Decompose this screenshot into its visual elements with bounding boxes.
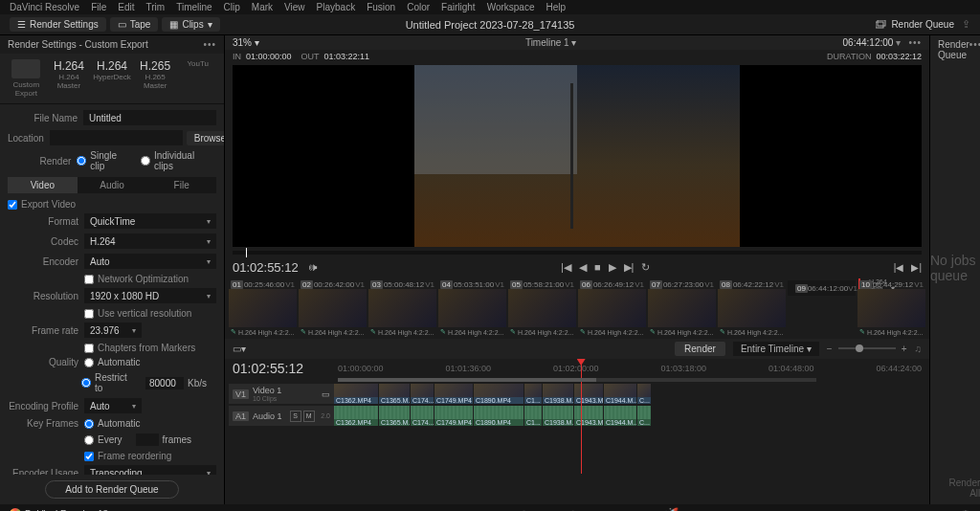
current-timecode[interactable]: 01:02:55:12 xyxy=(233,260,299,275)
render-button[interactable]: Render xyxy=(675,342,725,356)
mute-button[interactable]: M xyxy=(303,411,315,422)
zoom-percent[interactable]: 31% ▾ xyxy=(233,37,259,48)
thumb-01[interactable]: 0100:25:46:00V1H.264 High 4:2:2... xyxy=(229,280,297,337)
menu-workspace[interactable]: Workspace xyxy=(487,2,535,12)
encusage-select[interactable]: Transcoding xyxy=(84,465,216,475)
menu-clip[interactable]: Clip xyxy=(224,2,240,12)
tab-video[interactable]: Video xyxy=(8,177,78,193)
page-fusion-icon[interactable]: ⊕ xyxy=(519,507,529,512)
browse-button[interactable]: Browse xyxy=(187,131,224,145)
next-icon[interactable]: ▶| xyxy=(624,261,635,274)
video-clip[interactable]: C1890.MP4 xyxy=(474,384,523,404)
track-lock-icon[interactable]: ▭ xyxy=(322,389,330,399)
panel-options-icon[interactable]: ••• xyxy=(203,39,216,50)
loop-icon[interactable]: ↻ xyxy=(641,261,650,274)
thumb-08[interactable]: 0806:42:22:12V1H.264 High 4:2:2... xyxy=(718,280,786,337)
out-timecode[interactable]: 01:03:22:11 xyxy=(323,52,369,61)
menu-help[interactable]: Help xyxy=(546,2,566,12)
audio-clip[interactable]: C1890.MP4 xyxy=(474,406,523,426)
play-icon[interactable]: ▶ xyxy=(609,261,616,274)
scope-select[interactable]: Entire Timeline ▾ xyxy=(733,342,819,356)
vertres-check[interactable] xyxy=(84,309,94,319)
zoom-slider[interactable]: −+ xyxy=(827,344,907,354)
clips-button[interactable]: ▦Clips ▾ xyxy=(162,17,219,32)
audio-clip[interactable]: C1944.M... xyxy=(604,406,636,426)
audio-track-header[interactable]: A1 Audio 1 SM 2.0 xyxy=(229,406,334,426)
prev-clip-icon[interactable]: |◀ xyxy=(894,262,904,273)
first-frame-icon[interactable]: |◀ xyxy=(561,261,571,274)
thumb-10[interactable]: 1006:44:29:12V1H.264 High 4:2:2... xyxy=(858,280,925,337)
filename-input[interactable] xyxy=(83,110,216,125)
kf-every-radio[interactable] xyxy=(84,435,94,445)
video-clip[interactable]: C174... xyxy=(411,384,434,404)
in-out-range[interactable] xyxy=(338,378,816,382)
page-color-icon[interactable]: ◑ xyxy=(568,507,578,512)
export-video-check[interactable] xyxy=(8,200,17,210)
page-media-icon[interactable]: ▭ xyxy=(374,507,386,512)
chapters-check[interactable] xyxy=(84,344,94,353)
encoder-select[interactable]: Auto xyxy=(84,254,216,269)
audio-clip[interactable]: C1362.MP4 xyxy=(334,406,378,426)
audio-clip[interactable]: C1... xyxy=(524,406,542,426)
settings-icon[interactable]: ⚙ xyxy=(961,508,970,512)
timeline-view-icon[interactable]: ▭▾ xyxy=(233,344,246,354)
thumb-06[interactable]: 0606:26:49:12V1H.264 High 4:2:2... xyxy=(578,280,646,337)
thumb-05[interactable]: 0505:58:21:00V1H.264 High 4:2:2... xyxy=(508,280,576,337)
framerate-select[interactable]: 23.976 xyxy=(84,322,142,338)
audio-clip[interactable]: C174... xyxy=(411,406,434,426)
page-edit-icon[interactable]: ≡ xyxy=(473,507,480,512)
preset-hyperdeck[interactable]: H.264HyperDeck xyxy=(93,59,131,98)
video-clip[interactable]: C1944.M... xyxy=(604,384,636,404)
video-clip[interactable]: C... xyxy=(637,384,651,404)
queue-options-icon[interactable]: ••• xyxy=(969,39,980,60)
kf-num-input[interactable] xyxy=(136,433,159,446)
menu-playback[interactable]: Playback xyxy=(317,2,356,12)
next-clip-icon[interactable]: ▶| xyxy=(911,262,922,273)
render-queue-button[interactable]: Render Queue xyxy=(876,19,954,30)
menu-fairlight[interactable]: Fairlight xyxy=(441,2,476,12)
encprofile-select[interactable]: Auto xyxy=(84,398,142,413)
tape-button[interactable]: ▭Tape xyxy=(110,17,159,32)
audio-clip[interactable]: C1938.M... xyxy=(543,406,573,426)
scrubber[interactable] xyxy=(233,251,922,255)
menu-edit[interactable]: Edit xyxy=(118,2,134,12)
bitrate-input[interactable] xyxy=(145,377,184,389)
location-input[interactable] xyxy=(50,130,183,145)
playhead[interactable] xyxy=(581,359,582,474)
quality-restrict-radio[interactable] xyxy=(81,378,91,388)
video-track-header[interactable]: V1 Video 110 Clips ▭ xyxy=(229,384,334,404)
audio-clip[interactable]: C... xyxy=(637,406,651,426)
page-deliver-icon[interactable]: 🚀 xyxy=(663,507,679,512)
home-icon[interactable]: ⌂ xyxy=(945,508,951,512)
menu-trim[interactable]: Trim xyxy=(146,2,166,12)
timeline-ruler[interactable]: 01:02:55:12 01:00:00:0001:01:36:0001:02:… xyxy=(225,359,929,378)
thumb-07[interactable]: 0706:27:23:00V1H.264 High 4:2:2... xyxy=(648,280,716,337)
render-all-button[interactable]: Render All xyxy=(930,472,980,504)
audio-clip[interactable]: C1365.M... xyxy=(379,406,410,426)
mute-icon[interactable]: 🕪 xyxy=(308,262,318,273)
in-timecode[interactable]: 01:00:00:00 xyxy=(246,52,292,61)
timeline-name[interactable]: Timeline 1 ▾ xyxy=(525,37,577,48)
audio-track-body[interactable]: C1362.MP4C1365.M...C174...C1749.MP4C1890… xyxy=(334,406,925,426)
menu-timeline[interactable]: Timeline xyxy=(176,2,212,12)
kf-auto-radio[interactable] xyxy=(84,419,94,429)
music-icon[interactable]: ♫ xyxy=(915,344,923,354)
video-clip[interactable]: C1... xyxy=(524,384,542,404)
menu-fusion[interactable]: Fusion xyxy=(367,2,395,12)
framereorder-check[interactable] xyxy=(84,452,94,461)
page-cut-icon[interactable]: ✂ xyxy=(424,507,434,512)
menu-color[interactable]: Color xyxy=(407,2,430,12)
video-clip[interactable]: C1365.M... xyxy=(379,384,410,404)
tab-file[interactable]: File xyxy=(146,177,216,193)
add-to-queue-button[interactable]: Add to Render Queue xyxy=(45,480,178,499)
menu-file[interactable]: File xyxy=(91,2,106,12)
page-fairlight-icon[interactable]: ♫ xyxy=(616,507,626,512)
render-settings-button[interactable]: ☰Render Settings xyxy=(10,17,106,32)
audio-clip[interactable]: C1943.M... xyxy=(574,406,603,426)
video-clip[interactable]: C1362.MP4 xyxy=(334,384,378,404)
stop-icon[interactable]: ■ xyxy=(594,261,601,274)
thumb-04[interactable]: 0405:03:51:00V1H.264 High 4:2:2... xyxy=(438,280,506,337)
individual-clips-radio[interactable] xyxy=(141,156,150,166)
timecode-top[interactable]: 06:44:12:00 xyxy=(843,37,894,48)
menu-davinci-resolve[interactable]: DaVinci Resolve xyxy=(10,2,79,12)
